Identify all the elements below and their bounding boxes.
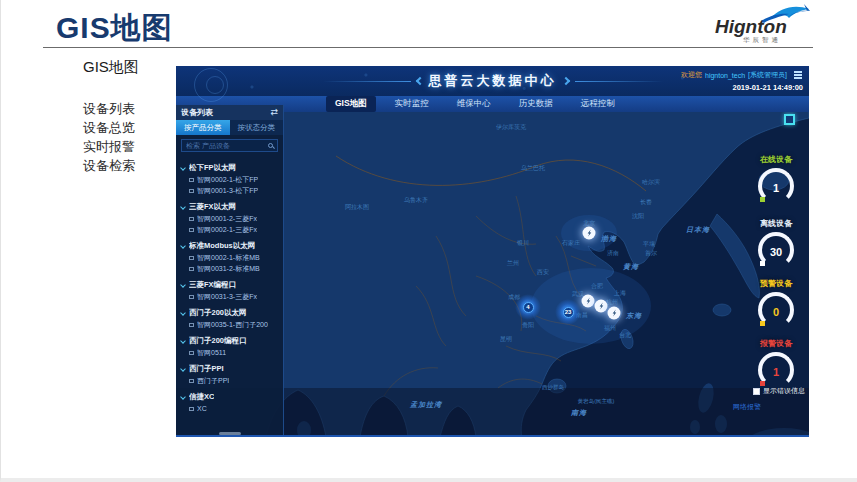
gauge-online: 在线设备1 — [747, 154, 805, 204]
gauge-value: 0 — [762, 296, 790, 324]
gauge-offline: 离线设备30 — [747, 218, 805, 268]
gauge-value: 30 — [762, 236, 790, 264]
device-panel-tab[interactable]: 按状态分类 — [230, 120, 284, 135]
device-item-label: 智网0031-3-三菱Fx — [197, 292, 257, 302]
sidebar-item-2[interactable]: 实时报警 — [83, 137, 173, 156]
device-group[interactable]: 三菱FX编程口 — [181, 279, 278, 291]
nav-tab[interactable]: GIS地图 — [326, 96, 376, 112]
device-group[interactable]: 标准Modbus以太网 — [181, 240, 278, 252]
device-group-label: 标准Modbus以太网 — [189, 241, 255, 251]
sidebar-item-0[interactable]: 设备列表 — [83, 99, 173, 118]
device-icon — [189, 323, 194, 327]
device-icon — [189, 379, 194, 383]
chevron-down-icon — [180, 282, 186, 288]
device-group[interactable]: 西门子200编程口 — [181, 335, 278, 347]
gauge-label: 报警设备 — [747, 338, 805, 349]
device-item[interactable]: 智网0002-1-松下FP — [189, 174, 278, 185]
device-marker[interactable] — [583, 227, 596, 240]
nav-tab[interactable]: 远程控制 — [572, 96, 624, 112]
device-item[interactable]: 智网0002-1-三菱Fx — [189, 224, 278, 235]
device-marker[interactable] — [582, 295, 595, 308]
title-line-right — [575, 81, 663, 82]
device-icon — [189, 217, 194, 221]
device-group-label: 三菱FX编程口 — [189, 280, 236, 290]
gauge-label: 在线设备 — [747, 154, 805, 165]
device-group[interactable]: 松下FP以太网 — [181, 162, 278, 174]
search-icon[interactable] — [268, 143, 273, 148]
page-frame: GIS地图 Hignton 华辰智通 GIS地图 设备列表设备总览实时报警设备检… — [0, 0, 857, 482]
device-group[interactable]: 西门子200以太网 — [181, 307, 278, 319]
svg-text:Hignton: Hignton — [715, 16, 787, 37]
collapse-swap-icon[interactable]: ⇄ — [270, 108, 278, 117]
device-panel-tab[interactable]: 按产品分类 — [176, 120, 230, 135]
username[interactable]: hignton_tech — [705, 72, 745, 79]
panel-scrollbar[interactable] — [219, 432, 241, 435]
device-icon — [189, 351, 194, 355]
device-item[interactable]: 西门子PPI — [189, 375, 278, 386]
device-item[interactable]: 智网0002-1-标准MB — [189, 252, 278, 263]
bracket-left-icon — [415, 77, 423, 85]
chevron-down-icon — [180, 243, 186, 249]
gauge-value: 1 — [762, 172, 790, 200]
device-item-label: 智网0002-1-松下FP — [197, 175, 258, 185]
sidebar-heading[interactable]: GIS地图 — [83, 58, 173, 77]
nav-tab[interactable]: 维保中心 — [448, 96, 500, 112]
device-icon — [189, 228, 194, 232]
chevron-down-icon — [180, 165, 186, 171]
device-group-label: 信捷XC — [189, 392, 214, 402]
device-item[interactable]: XC — [189, 403, 278, 414]
device-tree: 松下FP以太网智网0002-1-松下FP智网0001-3-松下FP三菱FX以太网… — [176, 157, 283, 429]
gauge-column: 在线设备1离线设备30预警设备0报警设备1 — [747, 66, 805, 437]
device-item[interactable]: 智网0031-3-三菱Fx — [189, 291, 278, 302]
chevron-down-icon — [180, 204, 186, 210]
sidebar-item-1[interactable]: 设备总览 — [83, 118, 173, 137]
show-errors-label: 显示错误信息 — [763, 386, 805, 396]
device-icon — [189, 295, 194, 299]
page-title: GIS地图 — [56, 8, 173, 49]
device-item[interactable]: 智网0031-2-标准MB — [189, 263, 278, 274]
device-group[interactable]: 信捷XC — [181, 391, 278, 403]
hignton-logo: Hignton 华辰智通 — [691, 2, 816, 48]
plug-offline-icon — [610, 309, 619, 318]
device-group[interactable]: 西门子PPI — [181, 363, 278, 375]
device-marker[interactable] — [608, 307, 621, 320]
device-item-label: 智网0001-2-三菱Fx — [197, 214, 257, 224]
device-item[interactable]: 智网0511 — [189, 347, 278, 358]
svg-text:华辰智通: 华辰智通 — [743, 36, 781, 44]
device-icon — [189, 178, 194, 182]
nav-tab[interactable]: 实时监控 — [386, 96, 438, 112]
cluster-count: 23 — [563, 307, 574, 318]
cluster-marker[interactable]: 23 — [555, 299, 581, 325]
nav-tab[interactable]: 历史数据 — [510, 96, 562, 112]
device-group[interactable]: 三菱FX以太网 — [181, 201, 278, 213]
gauge-arc: 1 — [758, 168, 794, 204]
gauge-label: 离线设备 — [747, 218, 805, 229]
chevron-down-icon — [180, 394, 186, 400]
cluster-marker[interactable]: 4 — [515, 294, 541, 320]
device-icon — [189, 256, 194, 260]
device-item[interactable]: 智网0001-3-松下FP — [189, 185, 278, 196]
gauge-arc: 1 — [758, 352, 794, 388]
network-alarm-link[interactable]: 网络报警 — [733, 402, 805, 412]
gauge-warning: 预警设备0 — [747, 278, 805, 328]
device-group-label: 西门子200以太网 — [189, 308, 247, 318]
device-icon — [189, 189, 194, 193]
device-item[interactable]: 智网0001-2-三菱Fx — [189, 213, 278, 224]
device-marker[interactable] — [595, 300, 608, 313]
title-line-left — [323, 81, 411, 82]
device-group-label: 松下FP以太网 — [189, 163, 236, 173]
device-item[interactable]: 智网0035-1-西门子200 — [189, 319, 278, 330]
dashboard-title: 思普云大数据中心 — [429, 72, 557, 90]
device-search-input[interactable] — [186, 142, 265, 149]
map-footer: 显示错误信息 网络报警 — [733, 386, 805, 412]
dashboard-screenshot: 日本海渤海黄海东海南海孟加拉湾伊尔库茨克乌兰巴托乌鲁木齐阿拉木图哈尔滨长春沈阳北… — [176, 66, 809, 437]
gauge-label: 预警设备 — [747, 278, 805, 289]
bracket-right-icon — [561, 77, 569, 85]
device-panel: 设备列表 ⇄ 按产品分类按状态分类 松下FP以太网智网0002-1-松下FP智网… — [176, 105, 284, 437]
doc-sidebar-items: 设备列表设备总览实时报警设备检索 — [83, 99, 173, 175]
sidebar-item-3[interactable]: 设备检索 — [83, 156, 173, 175]
show-errors-checkbox[interactable] — [753, 388, 760, 395]
device-item-label: 智网0035-1-西门子200 — [197, 320, 268, 330]
gauge-value: 1 — [762, 356, 790, 384]
device-item-label: 智网0031-2-标准MB — [197, 264, 260, 274]
